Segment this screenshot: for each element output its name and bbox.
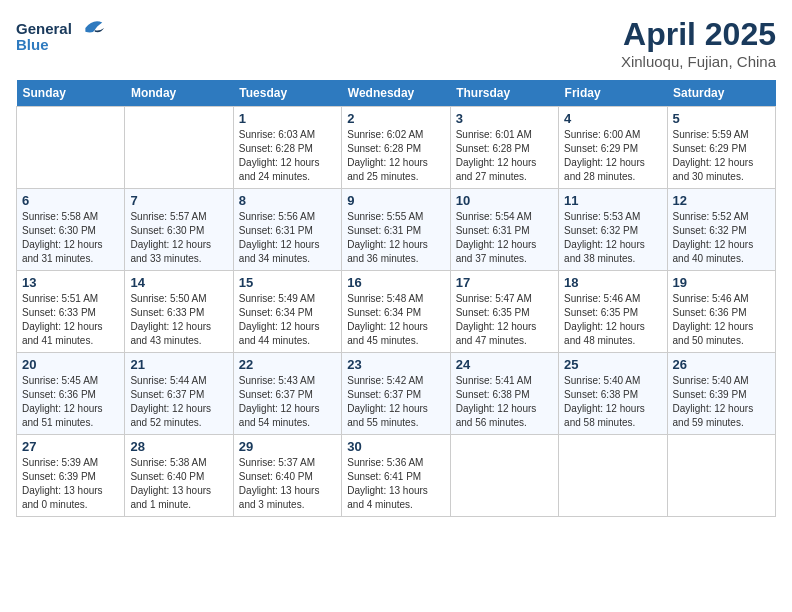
day-info: Sunrise: 5:50 AM Sunset: 6:33 PM Dayligh… <box>130 292 227 348</box>
calendar-cell: 29Sunrise: 5:37 AM Sunset: 6:40 PM Dayli… <box>233 435 341 517</box>
calendar-cell: 23Sunrise: 5:42 AM Sunset: 6:37 PM Dayli… <box>342 353 450 435</box>
calendar-cell <box>559 435 667 517</box>
day-number: 9 <box>347 193 444 208</box>
calendar-cell: 25Sunrise: 5:40 AM Sunset: 6:38 PM Dayli… <box>559 353 667 435</box>
day-info: Sunrise: 5:36 AM Sunset: 6:41 PM Dayligh… <box>347 456 444 512</box>
logo-bird-icon <box>76 16 106 40</box>
calendar-cell: 8Sunrise: 5:56 AM Sunset: 6:31 PM Daylig… <box>233 189 341 271</box>
weekday-header-wednesday: Wednesday <box>342 80 450 107</box>
month-title: April 2025 <box>621 16 776 53</box>
day-info: Sunrise: 6:00 AM Sunset: 6:29 PM Dayligh… <box>564 128 661 184</box>
calendar-cell: 11Sunrise: 5:53 AM Sunset: 6:32 PM Dayli… <box>559 189 667 271</box>
calendar-cell: 20Sunrise: 5:45 AM Sunset: 6:36 PM Dayli… <box>17 353 125 435</box>
day-info: Sunrise: 5:56 AM Sunset: 6:31 PM Dayligh… <box>239 210 336 266</box>
week-row-1: 1Sunrise: 6:03 AM Sunset: 6:28 PM Daylig… <box>17 107 776 189</box>
calendar-cell: 7Sunrise: 5:57 AM Sunset: 6:30 PM Daylig… <box>125 189 233 271</box>
weekday-header-tuesday: Tuesday <box>233 80 341 107</box>
week-row-3: 13Sunrise: 5:51 AM Sunset: 6:33 PM Dayli… <box>17 271 776 353</box>
day-number: 11 <box>564 193 661 208</box>
day-info: Sunrise: 5:57 AM Sunset: 6:30 PM Dayligh… <box>130 210 227 266</box>
day-info: Sunrise: 6:03 AM Sunset: 6:28 PM Dayligh… <box>239 128 336 184</box>
day-number: 30 <box>347 439 444 454</box>
day-info: Sunrise: 5:59 AM Sunset: 6:29 PM Dayligh… <box>673 128 770 184</box>
day-number: 15 <box>239 275 336 290</box>
calendar-cell: 2Sunrise: 6:02 AM Sunset: 6:28 PM Daylig… <box>342 107 450 189</box>
calendar-cell: 1Sunrise: 6:03 AM Sunset: 6:28 PM Daylig… <box>233 107 341 189</box>
weekday-header-thursday: Thursday <box>450 80 558 107</box>
calendar-cell: 9Sunrise: 5:55 AM Sunset: 6:31 PM Daylig… <box>342 189 450 271</box>
calendar-cell: 21Sunrise: 5:44 AM Sunset: 6:37 PM Dayli… <box>125 353 233 435</box>
calendar-cell: 28Sunrise: 5:38 AM Sunset: 6:40 PM Dayli… <box>125 435 233 517</box>
week-row-5: 27Sunrise: 5:39 AM Sunset: 6:39 PM Dayli… <box>17 435 776 517</box>
calendar-cell: 10Sunrise: 5:54 AM Sunset: 6:31 PM Dayli… <box>450 189 558 271</box>
calendar-cell <box>667 435 775 517</box>
day-info: Sunrise: 5:47 AM Sunset: 6:35 PM Dayligh… <box>456 292 553 348</box>
header: General Blue April 2025 Xinluoqu, Fujian… <box>16 16 776 70</box>
day-info: Sunrise: 5:46 AM Sunset: 6:36 PM Dayligh… <box>673 292 770 348</box>
day-info: Sunrise: 5:53 AM Sunset: 6:32 PM Dayligh… <box>564 210 661 266</box>
day-number: 16 <box>347 275 444 290</box>
day-info: Sunrise: 5:40 AM Sunset: 6:39 PM Dayligh… <box>673 374 770 430</box>
calendar-cell: 18Sunrise: 5:46 AM Sunset: 6:35 PM Dayli… <box>559 271 667 353</box>
location: Xinluoqu, Fujian, China <box>621 53 776 70</box>
day-info: Sunrise: 5:38 AM Sunset: 6:40 PM Dayligh… <box>130 456 227 512</box>
day-number: 23 <box>347 357 444 372</box>
day-number: 1 <box>239 111 336 126</box>
day-info: Sunrise: 5:49 AM Sunset: 6:34 PM Dayligh… <box>239 292 336 348</box>
weekday-header-row: SundayMondayTuesdayWednesdayThursdayFrid… <box>17 80 776 107</box>
day-info: Sunrise: 5:42 AM Sunset: 6:37 PM Dayligh… <box>347 374 444 430</box>
weekday-header-monday: Monday <box>125 80 233 107</box>
week-row-2: 6Sunrise: 5:58 AM Sunset: 6:30 PM Daylig… <box>17 189 776 271</box>
calendar-cell: 6Sunrise: 5:58 AM Sunset: 6:30 PM Daylig… <box>17 189 125 271</box>
calendar-cell: 12Sunrise: 5:52 AM Sunset: 6:32 PM Dayli… <box>667 189 775 271</box>
day-info: Sunrise: 5:55 AM Sunset: 6:31 PM Dayligh… <box>347 210 444 266</box>
day-number: 5 <box>673 111 770 126</box>
day-info: Sunrise: 5:52 AM Sunset: 6:32 PM Dayligh… <box>673 210 770 266</box>
day-number: 21 <box>130 357 227 372</box>
day-number: 25 <box>564 357 661 372</box>
calendar-cell: 27Sunrise: 5:39 AM Sunset: 6:39 PM Dayli… <box>17 435 125 517</box>
logo: General Blue <box>16 16 106 53</box>
calendar-cell <box>125 107 233 189</box>
day-number: 29 <box>239 439 336 454</box>
calendar-cell: 24Sunrise: 5:41 AM Sunset: 6:38 PM Dayli… <box>450 353 558 435</box>
title-area: April 2025 Xinluoqu, Fujian, China <box>621 16 776 70</box>
day-number: 18 <box>564 275 661 290</box>
day-info: Sunrise: 5:51 AM Sunset: 6:33 PM Dayligh… <box>22 292 119 348</box>
day-info: Sunrise: 5:39 AM Sunset: 6:39 PM Dayligh… <box>22 456 119 512</box>
calendar-cell: 22Sunrise: 5:43 AM Sunset: 6:37 PM Dayli… <box>233 353 341 435</box>
logo-general: General <box>16 20 72 37</box>
day-number: 27 <box>22 439 119 454</box>
calendar-cell <box>17 107 125 189</box>
day-info: Sunrise: 5:40 AM Sunset: 6:38 PM Dayligh… <box>564 374 661 430</box>
calendar-cell: 16Sunrise: 5:48 AM Sunset: 6:34 PM Dayli… <box>342 271 450 353</box>
day-info: Sunrise: 6:01 AM Sunset: 6:28 PM Dayligh… <box>456 128 553 184</box>
weekday-header-sunday: Sunday <box>17 80 125 107</box>
day-info: Sunrise: 5:41 AM Sunset: 6:38 PM Dayligh… <box>456 374 553 430</box>
day-number: 14 <box>130 275 227 290</box>
weekday-header-saturday: Saturday <box>667 80 775 107</box>
day-info: Sunrise: 5:43 AM Sunset: 6:37 PM Dayligh… <box>239 374 336 430</box>
day-number: 26 <box>673 357 770 372</box>
day-number: 3 <box>456 111 553 126</box>
calendar-cell: 30Sunrise: 5:36 AM Sunset: 6:41 PM Dayli… <box>342 435 450 517</box>
day-info: Sunrise: 6:02 AM Sunset: 6:28 PM Dayligh… <box>347 128 444 184</box>
day-number: 12 <box>673 193 770 208</box>
calendar-cell: 15Sunrise: 5:49 AM Sunset: 6:34 PM Dayli… <box>233 271 341 353</box>
day-info: Sunrise: 5:54 AM Sunset: 6:31 PM Dayligh… <box>456 210 553 266</box>
day-number: 10 <box>456 193 553 208</box>
day-number: 4 <box>564 111 661 126</box>
day-info: Sunrise: 5:48 AM Sunset: 6:34 PM Dayligh… <box>347 292 444 348</box>
weekday-header-friday: Friday <box>559 80 667 107</box>
day-info: Sunrise: 5:37 AM Sunset: 6:40 PM Dayligh… <box>239 456 336 512</box>
calendar-cell: 13Sunrise: 5:51 AM Sunset: 6:33 PM Dayli… <box>17 271 125 353</box>
day-number: 28 <box>130 439 227 454</box>
calendar-cell: 17Sunrise: 5:47 AM Sunset: 6:35 PM Dayli… <box>450 271 558 353</box>
calendar-cell: 3Sunrise: 6:01 AM Sunset: 6:28 PM Daylig… <box>450 107 558 189</box>
calendar: SundayMondayTuesdayWednesdayThursdayFrid… <box>16 80 776 517</box>
day-number: 8 <box>239 193 336 208</box>
calendar-cell: 14Sunrise: 5:50 AM Sunset: 6:33 PM Dayli… <box>125 271 233 353</box>
day-number: 19 <box>673 275 770 290</box>
day-number: 2 <box>347 111 444 126</box>
calendar-cell <box>450 435 558 517</box>
